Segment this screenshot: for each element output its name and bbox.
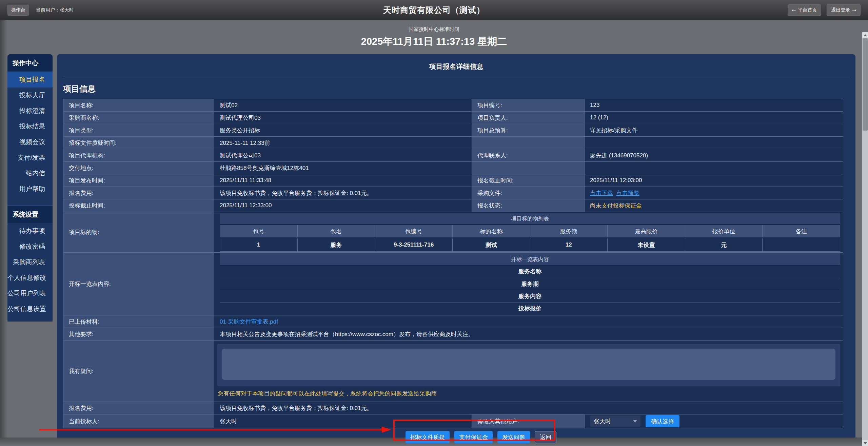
field-label: 报名费用: — [63, 187, 214, 199]
signup-status-link[interactable]: 尚未支付投标保证金 — [590, 202, 642, 209]
logout-button[interactable]: 退出登录 ⇒ — [827, 4, 861, 16]
question-textarea[interactable] — [222, 349, 835, 380]
vertical-scrollbar[interactable] — [862, 32, 868, 446]
bid-items-table: 包号 包名 包编号 标的名称 服务期 最高限价 报价单位 备注 1 服务 9-3… — [220, 225, 840, 252]
table-row-bidder: 当前投标人: 张天时 修改为其他用户: 张天时 确认选择 — [63, 414, 843, 428]
preview-link[interactable]: 点击预览 — [616, 190, 639, 196]
current-user-label: 当前用户：张天时 — [36, 7, 74, 13]
field-label: 已上传材料: — [63, 315, 214, 328]
table-row: 投标截止时间: 2025/11/11 12:33:00 报名状态: 尚未支付投标… — [63, 199, 843, 212]
uploaded-file-link[interactable]: 01-采购文件审批表.pdf — [220, 318, 278, 325]
field-label: 项目负责人: — [472, 112, 585, 124]
col-header: 备注 — [763, 225, 840, 238]
back-button[interactable]: 返回 — [535, 431, 556, 443]
field-value — [585, 162, 843, 174]
field-label: 交付地点: — [63, 162, 214, 174]
inquiry-button[interactable]: 招标文件质疑 — [406, 431, 450, 443]
cell: 12 — [530, 238, 608, 252]
field-value: 2025/11/11 12:03:00 — [585, 174, 843, 187]
open-bid-row: 服务期 — [220, 278, 840, 290]
field-value: 服务类公开招标 — [214, 124, 472, 137]
cell: 未设置 — [608, 238, 685, 252]
sidebar-item-change-password[interactable]: 修改密码 — [7, 239, 53, 254]
sidebar-item-project-signup[interactable]: 项目报名 — [7, 72, 53, 88]
triangle-down-icon — [864, 442, 867, 444]
scroll-down-button[interactable] — [862, 440, 868, 446]
fee-text: 该项目免收标书费，免收平台服务费；投标保证金: 0.01元。 — [214, 402, 843, 414]
field-value: 123 — [585, 99, 843, 112]
sidebar-item-video-meeting[interactable]: 视频会议 — [7, 134, 53, 150]
sidebar-item-bid-clarification[interactable]: 投标澄清 — [7, 103, 53, 119]
col-header: 标的名称 — [452, 225, 530, 238]
col-header: 报价单位 — [685, 225, 763, 238]
top-bar: 操作台 当前用户：张天时 天时商贸有限公司（测试） ⇐ 平台首页 退出登录 ⇒ — [0, 0, 868, 20]
field-value: 测试02 — [214, 99, 472, 112]
field-label: 其他要求: — [63, 328, 214, 341]
field-label: 我有疑问: — [63, 341, 214, 402]
logout-label: 退出登录 — [831, 7, 850, 13]
sidebar-item-site-message[interactable]: 站内信 — [7, 166, 53, 181]
sidebar-item-user-help[interactable]: 用户帮助 — [7, 181, 53, 197]
field-value: 详见招标/采购文件 — [585, 124, 843, 137]
table-row: 报名费用: 该项目免收标书费，免收平台服务费；投标保证金: 0.01元。 采购文… — [63, 187, 843, 199]
open-bid-row: 投标报价 — [220, 302, 840, 314]
col-header: 包编号 — [375, 225, 453, 238]
console-button[interactable]: 操作台 — [7, 5, 29, 16]
table-row: 招标文件质疑时间: 2025-11-11 12:33前 — [63, 137, 843, 149]
field-label: 报名状态: — [472, 199, 585, 212]
platform-home-label: 平台首页 — [798, 7, 817, 13]
download-link[interactable]: 点击下载 — [590, 190, 613, 196]
sidebar-section-operations: 操作中心 — [7, 54, 53, 72]
left-edge-shadow — [0, 20, 7, 446]
cell: 1 — [220, 238, 298, 252]
sidebar-item-profile-edit[interactable]: 个人信息修改 — [7, 270, 53, 286]
open-bid-row: 服务内容 — [220, 290, 840, 302]
cell — [763, 238, 840, 252]
scrollbar-thumb[interactable] — [863, 38, 868, 131]
field-label: 当前投标人: — [63, 414, 214, 428]
topbar-actions: ⇐ 平台首页 退出登录 ⇒ — [788, 4, 861, 16]
table-row: 项目类型: 服务类公开招标 项目总预算: 详见招标/采购文件 — [63, 124, 843, 137]
pay-deposit-button[interactable]: 支付保证金 — [454, 431, 493, 443]
scroll-up-button[interactable] — [862, 32, 868, 38]
sidebar: 操作中心 项目报名 投标大厅 投标澄清 投标结果 视频会议 支付/发票 站内信 … — [7, 54, 53, 322]
col-header: 包名 — [297, 225, 375, 238]
left-arrow-icon: ⇐ — [792, 7, 796, 13]
bid-items-caption: 项目标的物列表 — [220, 213, 840, 225]
field-label: 项目类型: — [63, 124, 214, 137]
sidebar-item-todo[interactable]: 待办事项 — [7, 223, 53, 239]
cell: 测试 — [452, 238, 530, 252]
bidder-select[interactable]: 张天时 — [590, 415, 641, 427]
table-row-question: 我有疑问: 您有任何对于本项目的疑问都可以在此处填写提交，系统将会把您的问题发送… — [63, 341, 843, 402]
send-question-button[interactable]: 发送问题 — [497, 431, 530, 443]
bid-items-header-row: 包号 包名 包编号 标的名称 服务期 最高限价 报价单位 备注 — [220, 225, 840, 238]
question-hint: 您有任何对于本项目的疑问都可以在此处填写提交，系统将会把您的问题发送给采购商 — [214, 386, 843, 402]
sidebar-item-bid-results[interactable]: 投标结果 — [7, 119, 53, 134]
sidebar-item-bid-hall[interactable]: 投标大厅 — [7, 88, 53, 103]
sidebar-item-payment-invoice[interactable]: 支付/发票 — [7, 150, 53, 166]
field-label: 项目总预算: — [472, 124, 585, 137]
other-requirements-text: 本项目相关公告及变更事项在招采测试平台（https://www.cszoc.co… — [214, 328, 843, 341]
field-label: 代理联系人: — [472, 149, 585, 162]
sidebar-item-purchaser-list[interactable]: 采购商列表 — [7, 254, 53, 270]
sidebar-item-company-users[interactable]: 公司用户列表 — [7, 286, 53, 301]
sidebar-item-company-settings[interactable]: 公司信息设置 — [7, 301, 53, 317]
col-header: 最高限价 — [608, 225, 685, 238]
field-label: 项目标的物: — [63, 212, 214, 253]
field-label: 投标截止时间: — [63, 199, 214, 212]
field-label: 采购文件: — [472, 187, 585, 199]
signup-fee-text: 该项目免收标书费，免收平台服务费；投标保证金: 0.01元。 — [214, 187, 472, 199]
field-value: 2025/11/11 12:33:00 — [214, 199, 472, 212]
table-row: 采购商名称: 测试代理公司03 项目负责人: 12 (12) — [63, 112, 843, 124]
confirm-select-button[interactable]: 确认选择 — [646, 415, 679, 427]
field-label: 开标一览表内容: — [63, 253, 214, 315]
sidebar-section-settings: 系统设置 — [7, 206, 53, 223]
company-title: 天时商贸有限公司（测试） — [383, 5, 485, 16]
field-label: 项目代理机构: — [63, 149, 214, 162]
field-value — [585, 137, 843, 149]
platform-home-button[interactable]: ⇐ 平台首页 — [788, 4, 822, 16]
table-row-fee: 报名费用: 该项目免收标书费，免收平台服务费；投标保证金: 0.01元。 — [63, 402, 843, 414]
table-row: 项目代理机构: 测试代理公司03 代理联系人: 廖先进 (13469070520… — [63, 149, 843, 162]
field-label — [472, 137, 585, 149]
field-label: 招标文件质疑时间: — [63, 137, 214, 149]
